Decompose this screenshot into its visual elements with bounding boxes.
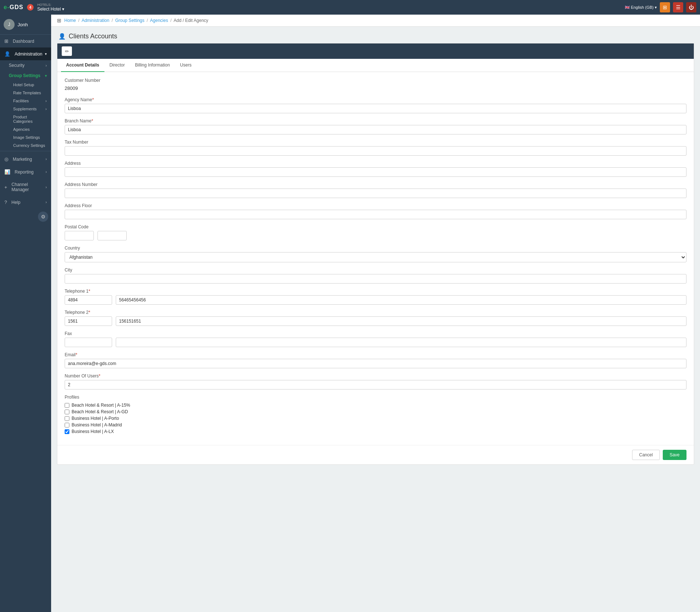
language-button[interactable]: 🇬🇧 English (GB) ▾	[625, 5, 657, 10]
required-star: *	[99, 373, 100, 379]
sidebar-item-currency-settings[interactable]: Currency Settings	[0, 141, 51, 149]
telephone2-row	[65, 316, 686, 326]
save-button[interactable]: Save	[663, 450, 686, 460]
profile-label-1: Beach Hotel & Resort | A-15%	[72, 403, 130, 408]
sidebar-item-supplements[interactable]: Supplements ›	[0, 105, 51, 113]
breadcrumb-group-settings[interactable]: Group Settings	[115, 18, 144, 23]
telephone1-prefix-input[interactable]	[65, 295, 112, 305]
hotel-select-text: Select Hotel	[37, 7, 61, 12]
tax-number-group: Tax Number	[65, 140, 686, 156]
sidebar-item-label: Product Categories	[13, 115, 32, 123]
tab-users[interactable]: Users	[175, 59, 196, 72]
telephone1-number-input[interactable]	[116, 295, 686, 305]
settings-gear-button[interactable]: ⚙	[38, 212, 48, 222]
chevron-down-icon: ▾	[62, 7, 64, 12]
sidebar-item-reporting[interactable]: 📊 Reporting ›	[0, 166, 51, 178]
form-body: Customer Number 28009 Agency Name* Branc…	[57, 72, 694, 445]
sidebar-item-group-settings[interactable]: Group Settings ▾	[0, 71, 51, 81]
telephone1-group: Telephone 1*	[65, 289, 686, 305]
city-input[interactable]	[65, 274, 686, 284]
telephone2-number-input[interactable]	[116, 316, 686, 326]
profile-label-3: Business Hotel | A-Porto	[72, 416, 119, 421]
top-navbar: e-GDS 4 HOTELS: Select Hotel ▾ 🇬🇧 Englis…	[0, 0, 700, 15]
tab-account-details[interactable]: Account Details	[61, 59, 104, 72]
telephone2-prefix-input[interactable]	[65, 316, 112, 326]
telephone2-group: Telephone 2*	[65, 310, 686, 326]
address-number-input[interactable]	[65, 189, 686, 198]
tab-billing-information[interactable]: Billing Information	[130, 59, 175, 72]
chevron-icon: ›	[45, 107, 47, 111]
hotels-label: HOTELS:	[37, 3, 64, 7]
sidebar-item-hotel-setup[interactable]: Hotel Setup	[0, 81, 51, 89]
agency-name-label: Agency Name*	[65, 97, 686, 102]
power-icon-button[interactable]: ⏻	[686, 2, 696, 12]
profile-checkbox-5[interactable]	[65, 429, 69, 434]
user-icon: 👤	[4, 51, 10, 57]
branch-name-group: Branch Name*	[65, 118, 686, 134]
profile-checkbox-1[interactable]	[65, 403, 69, 408]
required-star: *	[88, 289, 90, 294]
postal-code-ext-input[interactable]	[97, 231, 127, 240]
breadcrumb-home[interactable]: Home	[64, 18, 76, 23]
sidebar-item-rate-templates[interactable]: Rate Templates	[0, 89, 51, 97]
help-icon: ?	[4, 199, 7, 205]
breadcrumb-sep: /	[112, 18, 113, 23]
address-input[interactable]	[65, 167, 686, 177]
hotel-select-button[interactable]: Select Hotel ▾	[37, 7, 64, 12]
tax-number-input[interactable]	[65, 146, 686, 156]
cancel-button[interactable]: Cancel	[632, 450, 659, 460]
navbar-left: e-GDS 4 HOTELS: Select Hotel ▾	[4, 3, 64, 12]
sidebar-item-dashboard[interactable]: ⊞ Dashboard	[0, 35, 51, 47]
telephone1-row	[65, 295, 686, 305]
agency-name-group: Agency Name*	[65, 97, 686, 113]
address-floor-input[interactable]	[65, 210, 686, 219]
avatar: J	[4, 19, 15, 30]
list-icon-button[interactable]: ☰	[673, 2, 683, 12]
address-floor-label: Address Floor	[65, 203, 686, 208]
fax-prefix-input[interactable]	[65, 338, 112, 347]
sidebar-item-administration[interactable]: 👤 Administration ▾	[0, 47, 51, 60]
page-header: 👤 Clients Accounts	[51, 27, 700, 43]
tab-director[interactable]: Director	[104, 59, 130, 72]
sidebar-item-marketing[interactable]: ◎ Marketing ›	[0, 153, 51, 166]
city-group: City	[65, 267, 686, 284]
breadcrumb-sep: /	[147, 18, 148, 23]
sidebar-item-product-categories[interactable]: Product Categories	[0, 113, 51, 125]
sidebar-item-label: Agencies	[13, 127, 30, 132]
edit-toolbar-button[interactable]: ✏	[62, 46, 72, 56]
telephone2-label: Telephone 2*	[65, 310, 686, 315]
customer-number-group: Customer Number 28009	[65, 78, 686, 92]
branch-name-input[interactable]	[65, 125, 686, 134]
postal-code-input[interactable]	[65, 231, 94, 240]
country-select[interactable]: Afghanistan Albania Algeria Portugal Spa…	[65, 252, 686, 262]
chevron-icon: ›	[45, 99, 47, 103]
notification-badge[interactable]: 4	[27, 4, 34, 11]
postal-code-row	[65, 231, 686, 240]
profile-checkbox-2[interactable]	[65, 410, 69, 414]
user-name: Jonh	[18, 22, 28, 27]
num-users-input[interactable]	[65, 380, 686, 389]
profile-checkbox-3[interactable]	[65, 416, 69, 421]
sidebar-item-facilities[interactable]: Facilities ›	[0, 97, 51, 105]
sidebar-item-label: Marketing	[13, 157, 32, 162]
sidebar-item-label: Rate Templates	[13, 91, 41, 95]
grid-icon-button[interactable]: ⊞	[660, 2, 670, 12]
sidebar-item-channel-manager[interactable]: + Channel Manager ›	[0, 178, 51, 196]
breadcrumb-administration[interactable]: Administration	[81, 18, 109, 23]
sidebar-item-agencies[interactable]: Agencies	[0, 125, 51, 133]
breadcrumb-sep: /	[171, 18, 172, 23]
brand-prefix: e-	[4, 4, 9, 10]
sidebar-item-security[interactable]: Security ›	[0, 60, 51, 71]
sidebar-item-image-settings[interactable]: Image Settings	[0, 133, 51, 141]
profile-checkbox-4[interactable]	[65, 423, 69, 427]
branch-name-label: Branch Name*	[65, 118, 686, 123]
sidebar-item-help[interactable]: ? Help ›	[0, 196, 51, 209]
agency-name-input[interactable]	[65, 104, 686, 113]
sidebar-item-label: Hotel Setup	[13, 83, 34, 87]
email-input[interactable]	[65, 359, 686, 368]
home-icon: ⊞	[57, 18, 61, 23]
fax-number-input[interactable]	[116, 338, 686, 347]
page-title: Clients Accounts	[69, 33, 117, 40]
breadcrumb-current: Add / Edit Agency	[174, 18, 209, 23]
breadcrumb-agencies[interactable]: Agencies	[150, 18, 168, 23]
